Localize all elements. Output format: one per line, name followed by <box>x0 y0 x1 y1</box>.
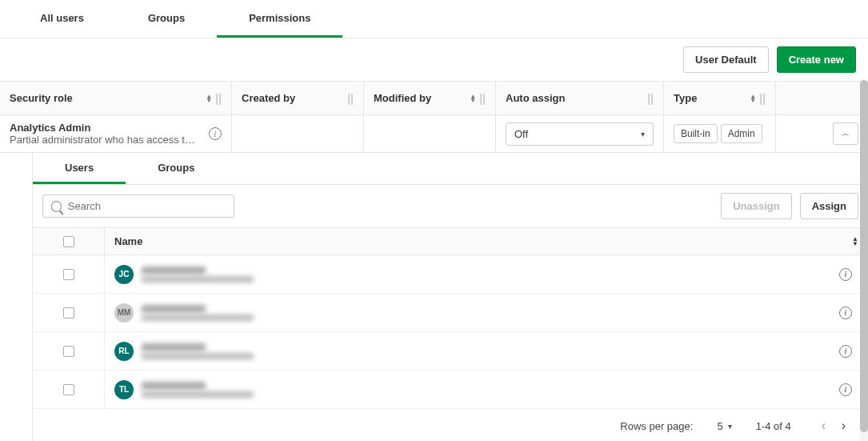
user-default-button[interactable]: User Default <box>683 46 769 73</box>
col-header-label: Name <box>114 235 142 247</box>
resize-handle[interactable]: || <box>347 92 354 105</box>
prev-page-button[interactable]: ‹ <box>815 419 832 432</box>
search-bar: Unassign Assign <box>33 185 868 228</box>
rows-per-page-select[interactable]: 5 ▾ <box>717 420 731 432</box>
user-name-blurred <box>142 267 254 283</box>
col-header-auto-assign[interactable]: Auto assign || <box>496 82 664 114</box>
resize-handle[interactable]: || <box>215 92 222 105</box>
user-name-blurred <box>142 305 254 321</box>
role-desc: Partial administrator who has access t… <box>10 134 195 146</box>
row-checkbox[interactable] <box>63 346 74 357</box>
sort-icon[interactable]: ▲▼ <box>206 94 212 102</box>
top-tabs: All users Groups Permissions <box>0 0 868 38</box>
user-row[interactable]: RLi <box>33 332 868 371</box>
sub-tab-groups[interactable]: Groups <box>126 153 226 184</box>
col-header-actions <box>776 82 868 114</box>
tab-groups[interactable]: Groups <box>116 0 217 38</box>
role-title: Analytics Admin <box>10 122 195 134</box>
row-checkbox[interactable] <box>63 307 74 319</box>
cell-created-by <box>232 115 364 152</box>
rows-per-page-label: Rows per page: <box>620 420 693 432</box>
user-row[interactable]: MMi <box>33 294 868 332</box>
user-name-blurred <box>142 382 254 398</box>
chevron-down-icon: ▾ <box>641 130 645 138</box>
sort-icon[interactable]: ▲▼ <box>470 94 476 102</box>
type-chip-admin: Admin <box>721 124 762 143</box>
grid-header: Security role ▲▼ || Created by || Modifi… <box>0 82 868 115</box>
tab-all-users[interactable]: All users <box>8 0 116 38</box>
avatar: JC <box>114 265 134 284</box>
scrollbar-thumb[interactable] <box>860 80 868 432</box>
resize-handle[interactable]: || <box>759 92 766 105</box>
sort-icon[interactable]: ▲▼ <box>852 237 858 247</box>
search-input[interactable] <box>68 200 226 212</box>
col-header-label: Security role <box>10 92 73 104</box>
info-icon[interactable]: i <box>839 345 852 358</box>
resize-handle[interactable]: || <box>479 92 486 105</box>
user-name-blurred <box>142 343 254 359</box>
assign-button[interactable]: Assign <box>800 193 858 219</box>
next-page-button[interactable]: › <box>835 419 852 432</box>
row-checkbox[interactable] <box>63 269 74 280</box>
toolbar: User Default Create new <box>0 38 868 82</box>
col-header-label: Modified by <box>374 92 431 104</box>
grid-row: Analytics Admin Partial administrator wh… <box>0 115 868 153</box>
info-icon[interactable]: i <box>839 307 852 319</box>
col-header-label: Auto assign <box>506 92 565 104</box>
col-header-created-by[interactable]: Created by || <box>232 82 364 114</box>
info-icon[interactable]: i <box>839 383 852 396</box>
cell-actions: ︿ <box>776 115 868 152</box>
avatar: MM <box>114 303 134 323</box>
chevron-down-icon: ▾ <box>728 422 732 431</box>
sub-tab-users[interactable]: Users <box>33 153 126 184</box>
user-row[interactable]: JCi <box>33 255 868 294</box>
col-header-label: Created by <box>242 92 295 104</box>
cell-auto-assign: Off ▾ <box>496 115 664 152</box>
cell-security-role: Analytics Admin Partial administrator wh… <box>0 115 232 152</box>
detail-panel: Users Groups Unassign Assign Name ▲▼ JCi… <box>32 153 868 441</box>
tab-permissions[interactable]: Permissions <box>217 0 342 38</box>
col-header-type[interactable]: Type ▲▼ || <box>664 82 776 114</box>
resize-handle[interactable]: || <box>647 92 654 105</box>
sort-icon[interactable]: ▲▼ <box>750 94 756 102</box>
avatar: TL <box>114 380 134 399</box>
create-new-button[interactable]: Create new <box>777 46 856 73</box>
user-table-header: Name ▲▼ <box>33 228 868 255</box>
row-checkbox[interactable] <box>63 384 74 395</box>
auto-assign-select[interactable]: Off ▾ <box>506 122 654 146</box>
avatar: RL <box>114 342 134 361</box>
type-chip-builtin: Built-in <box>674 124 718 143</box>
search-input-wrapper[interactable] <box>42 194 234 218</box>
cell-modified-by <box>364 115 496 152</box>
search-icon <box>51 201 62 212</box>
pagination-range: 1-4 of 4 <box>756 420 791 432</box>
user-row[interactable]: TLi <box>33 371 868 409</box>
pagination: Rows per page: 5 ▾ 1-4 of 4 ‹ › <box>33 409 868 441</box>
col-header-label: Type <box>674 92 697 104</box>
collapse-button[interactable]: ︿ <box>833 122 858 145</box>
rows-per-page-value: 5 <box>717 420 722 432</box>
col-header-security-role[interactable]: Security role ▲▼ || <box>0 82 232 114</box>
info-icon[interactable]: i <box>839 268 852 281</box>
cell-type: Built-in Admin <box>664 115 776 152</box>
unassign-button[interactable]: Unassign <box>721 193 792 219</box>
sub-tabs: Users Groups <box>33 153 868 185</box>
info-icon[interactable]: i <box>209 127 222 140</box>
auto-assign-value: Off <box>514 128 528 140</box>
scrollbar[interactable] <box>860 80 868 441</box>
col-header-modified-by[interactable]: Modified by ▲▼ || <box>364 82 496 114</box>
select-all-checkbox[interactable] <box>63 236 74 247</box>
col-header-name[interactable]: Name ▲▼ <box>105 235 868 247</box>
